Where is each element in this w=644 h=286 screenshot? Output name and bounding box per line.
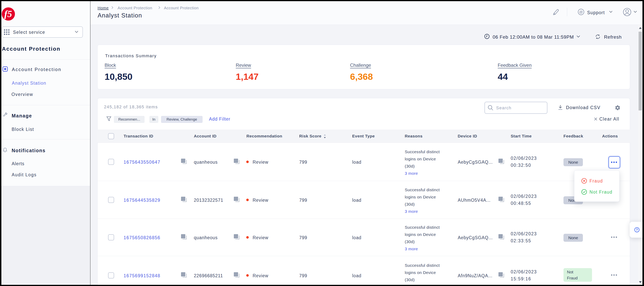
svg-text:?: ? xyxy=(636,228,638,231)
svg-text:@: @ xyxy=(579,10,583,14)
svg-text:f5: f5 xyxy=(4,9,12,19)
